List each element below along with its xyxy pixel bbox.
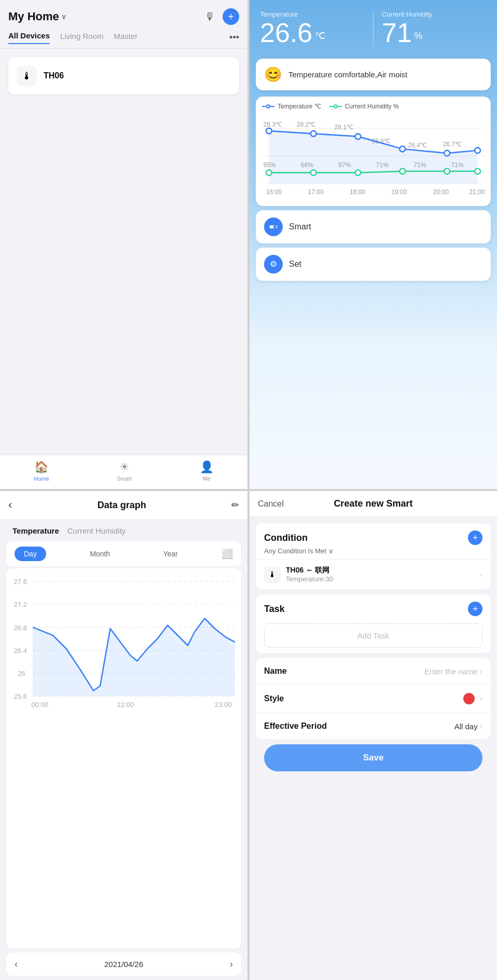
task-section: Task + Add Task bbox=[256, 594, 491, 653]
nav-me-label: Me bbox=[203, 475, 211, 482]
humidity-value-row: 71 % bbox=[382, 19, 487, 46]
stat-divider bbox=[373, 10, 374, 46]
svg-text:17:00: 17:00 bbox=[308, 188, 323, 196]
panel-graph: ‹ Data graph ✏ Temperature Current Humid… bbox=[0, 491, 247, 980]
svg-point-3 bbox=[334, 105, 337, 108]
name-field-right: Enter the name › bbox=[424, 666, 482, 676]
condition-title: Condition bbox=[264, 533, 308, 543]
condition-section: Condition + Any Condition Is Met ∨ 🌡 TH0… bbox=[256, 523, 491, 589]
device-card[interactable]: 🌡 TH06 bbox=[8, 57, 239, 94]
svg-text:71%: 71% bbox=[413, 161, 426, 169]
more-icon[interactable]: ••• bbox=[229, 32, 239, 43]
tab-temperature[interactable]: Temperature bbox=[8, 524, 63, 537]
name-label: Name bbox=[264, 666, 287, 676]
svg-point-15 bbox=[311, 131, 316, 137]
device-stats: Temperature 26.6 ℃ Current Humidity 71 % bbox=[260, 10, 487, 46]
period-month[interactable]: Month bbox=[80, 547, 119, 561]
svg-text:20:00: 20:00 bbox=[433, 188, 449, 196]
effective-period-row: Effective Period All day › bbox=[256, 713, 491, 739]
svg-text:12:00: 12:00 bbox=[117, 701, 134, 709]
task-add-button[interactable]: + bbox=[468, 602, 482, 616]
effective-period-right[interactable]: All day › bbox=[454, 722, 482, 731]
smart-card[interactable]: Smart bbox=[256, 210, 491, 243]
legend-humidity-label: Current Humidity % bbox=[345, 103, 399, 110]
condition-row[interactable]: 🌡 TH06 ～ 联网 Temperature:30 › bbox=[256, 559, 491, 589]
home-nav: 🏠 Home ☀ Smart 👤 Me bbox=[0, 455, 247, 489]
settings-section: Name Enter the name › Style › Effective … bbox=[256, 658, 491, 739]
smart-create-header: Cancel Create new Smart bbox=[250, 491, 497, 517]
humidity-label: Current Humidity bbox=[382, 10, 487, 18]
home-tabs: All Devices Living Room Master ••• bbox=[0, 29, 247, 49]
save-button[interactable]: Save bbox=[264, 744, 482, 771]
temperature-unit: ℃ bbox=[315, 31, 325, 41]
style-chevron: › bbox=[480, 694, 482, 703]
temperature-stat: Temperature 26.6 ℃ bbox=[260, 10, 365, 46]
style-field-right[interactable]: › bbox=[463, 693, 482, 704]
home-nav-icon: 🏠 bbox=[34, 460, 48, 474]
date-next-button[interactable]: › bbox=[230, 959, 233, 970]
temperature-value-row: 26.6 ℃ bbox=[260, 19, 365, 46]
svg-text:28.2℃: 28.2℃ bbox=[297, 121, 315, 128]
cancel-button[interactable]: Cancel bbox=[258, 499, 284, 509]
set-card[interactable]: ⚙ Set bbox=[256, 248, 491, 281]
style-label: Style bbox=[264, 694, 284, 703]
graph-title: Data graph bbox=[98, 500, 146, 511]
effective-period-value: All day bbox=[454, 722, 478, 731]
comfort-text: Temperature comfortable,Air moist bbox=[288, 70, 407, 79]
svg-text:18:00: 18:00 bbox=[350, 188, 365, 196]
effective-period-label: Effective Period bbox=[264, 722, 327, 731]
condition-add-button[interactable]: + bbox=[468, 530, 482, 545]
svg-point-26 bbox=[266, 170, 272, 175]
comfort-card: 😊 Temperature comfortable,Air moist bbox=[256, 59, 491, 90]
home-actions: 🎙 + bbox=[205, 8, 239, 25]
add-home-button[interactable]: + bbox=[223, 8, 239, 25]
mic-icon[interactable]: 🎙 bbox=[205, 11, 215, 23]
svg-point-16 bbox=[355, 134, 361, 140]
period-day[interactable]: Day bbox=[15, 547, 46, 561]
svg-text:71%: 71% bbox=[376, 161, 389, 169]
smart-label: Smart bbox=[289, 222, 311, 232]
chart-card: Temperature ℃ Current Humidity % 28.3℃ 2… bbox=[256, 97, 491, 206]
svg-text:16:00: 16:00 bbox=[266, 188, 282, 196]
export-icon[interactable]: ⬜ bbox=[222, 548, 233, 560]
comfort-icon: 😊 bbox=[264, 66, 282, 83]
home-header: My Home ∨ 🎙 + bbox=[0, 0, 247, 29]
panel-smart: Cancel Create new Smart Condition + Any … bbox=[250, 491, 497, 980]
condition-info: TH06 ～ 联网 Temperature:30 bbox=[286, 566, 475, 583]
svg-point-39 bbox=[273, 225, 277, 228]
nav-me[interactable]: 👤 Me bbox=[200, 460, 214, 482]
nav-home[interactable]: 🏠 Home bbox=[34, 460, 49, 482]
svg-point-1 bbox=[267, 105, 270, 108]
period-year[interactable]: Year bbox=[154, 547, 187, 561]
svg-point-17 bbox=[399, 146, 405, 152]
condition-subtitle[interactable]: Any Condition Is Met ∨ bbox=[256, 547, 491, 559]
tab-all-devices[interactable]: All Devices bbox=[8, 31, 50, 44]
tab-living-room[interactable]: Living Room bbox=[60, 32, 103, 44]
panel-device: Temperature 26.6 ℃ Current Humidity 71 %… bbox=[250, 0, 497, 489]
nav-smart[interactable]: ☀ Smart bbox=[117, 460, 132, 482]
task-section-header: Task + bbox=[256, 594, 491, 618]
tab-humidity[interactable]: Current Humidity bbox=[63, 524, 130, 537]
tab-master[interactable]: Master bbox=[114, 32, 137, 44]
device-icon: 🌡 bbox=[17, 65, 37, 86]
svg-text:66%: 66% bbox=[301, 161, 313, 169]
legend-temp-label: Temperature ℃ bbox=[278, 103, 321, 110]
name-placeholder[interactable]: Enter the name bbox=[424, 667, 478, 676]
date-prev-button[interactable]: ‹ bbox=[15, 959, 18, 970]
svg-point-30 bbox=[444, 169, 450, 174]
add-task-button[interactable]: Add Task bbox=[264, 623, 482, 648]
task-title: Task bbox=[264, 604, 285, 615]
smart-toggle-icon bbox=[264, 217, 283, 236]
device-name: TH06 bbox=[44, 71, 64, 80]
set-label: Set bbox=[289, 260, 301, 269]
svg-text:26.8: 26.8 bbox=[14, 624, 27, 632]
svg-text:26: 26 bbox=[18, 670, 25, 677]
legend-temperature: Temperature ℃ bbox=[262, 103, 321, 110]
edit-icon[interactable]: ✏ bbox=[231, 499, 239, 511]
back-button[interactable]: ‹ bbox=[8, 498, 12, 512]
condition-section-header: Condition + bbox=[256, 523, 491, 547]
graph-header: ‹ Data graph ✏ bbox=[0, 491, 247, 519]
smart-body: Condition + Any Condition Is Met ∨ 🌡 TH0… bbox=[250, 517, 497, 980]
svg-text:26.4℃: 26.4℃ bbox=[408, 142, 427, 149]
panel-home: My Home ∨ 🎙 + All Devices Living Room Ma… bbox=[0, 0, 247, 489]
